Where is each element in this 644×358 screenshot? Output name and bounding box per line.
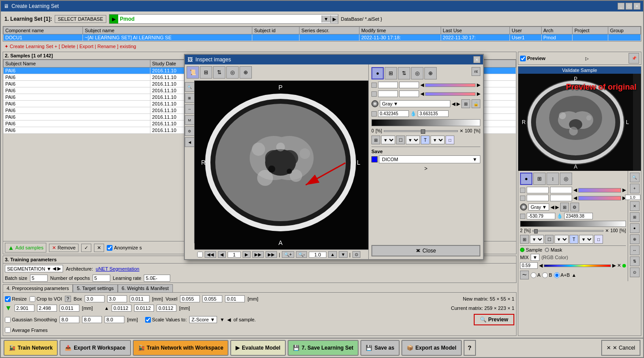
- select-db-btn[interactable]: SELECT DATABASE: [55, 15, 106, 23]
- modal-tool-plus[interactable]: ⊕: [240, 66, 252, 79]
- table-header[interactable]: Modify time: [359, 27, 441, 34]
- view-btn-1[interactable]: ●: [520, 173, 532, 185]
- check-btn[interactable]: ✓: [81, 244, 91, 252]
- ml-btn3[interactable]: ↔: [185, 104, 195, 114]
- gauss-z[interactable]: [105, 316, 124, 323]
- db-dropdown[interactable]: ▶ ▼ ▶: [109, 14, 338, 24]
- nav-play[interactable]: ▶▶: [266, 251, 277, 258]
- arrow-left1[interactable]: ◀: [573, 187, 577, 193]
- tab-target[interactable]: 5. Target settings: [73, 284, 118, 292]
- vox-y[interactable]: [202, 295, 222, 302]
- samples-header[interactable]: Subject Name: [4, 60, 150, 68]
- rc-btn4[interactable]: ⇅: [630, 256, 640, 266]
- nav-last[interactable]: ▶▶: [252, 251, 264, 258]
- nav-zoom-out[interactable]: 🔍-: [296, 251, 307, 258]
- modal-tool-2[interactable]: ☐: [396, 136, 405, 144]
- range-thumb[interactable]: [534, 229, 538, 234]
- train-network-btn[interactable]: 🚂 Train Network: [4, 340, 58, 356]
- r-arrow-left2[interactable]: ◀: [420, 91, 424, 97]
- modal-tool-sel2[interactable]: ▼: [406, 136, 420, 144]
- r3-y[interactable]: [134, 305, 154, 312]
- table-header[interactable]: Last Use: [441, 27, 509, 34]
- score-arrow-left[interactable]: ◀: [227, 317, 231, 323]
- train-workspace-btn[interactable]: 🚂 Train Network with Workspace: [133, 340, 229, 356]
- nav-prev[interactable]: ◀: [218, 251, 226, 258]
- crop-check[interactable]: Crop to VOI: [30, 296, 62, 302]
- tool-select[interactable]: ▼: [530, 235, 544, 244]
- seg-left-arrow[interactable]: ◀: [52, 266, 56, 271]
- vox-z[interactable]: [225, 295, 245, 302]
- minimize-btn[interactable]: _: [618, 3, 625, 10]
- tool-btn-3[interactable]: T: [569, 235, 578, 244]
- mrt-extra1[interactable]: nt: [472, 67, 480, 76]
- ml-btn2[interactable]: ⊞: [185, 93, 195, 103]
- rc-btn2[interactable]: ⊕: [630, 234, 640, 244]
- mrt-btn3[interactable]: ⇅: [398, 67, 410, 79]
- modal-tool-ring[interactable]: ◎: [226, 66, 239, 79]
- table-header[interactable]: Project: [573, 27, 608, 34]
- table-header[interactable]: Subject name: [83, 27, 252, 34]
- nav-up[interactable]: ▲: [328, 251, 337, 258]
- gray-dropdown[interactable]: Gray ▼: [528, 203, 549, 211]
- x-btn[interactable]: ✕: [94, 244, 104, 252]
- a-radio[interactable]: A: [531, 272, 540, 278]
- ml-btn1[interactable]: 🔍: [185, 82, 195, 92]
- box-y[interactable]: [107, 295, 127, 302]
- r-input3[interactable]: [378, 90, 398, 97]
- format-dropdown[interactable]: DICOM ▼: [379, 155, 480, 163]
- r3-x[interactable]: [112, 305, 131, 312]
- zoom-btn[interactable]: 🔍: [630, 173, 640, 182]
- modal-gray-left[interactable]: ◀: [452, 101, 455, 107]
- gauss-x[interactable]: [60, 316, 79, 323]
- ml-btn5[interactable]: ⚙: [185, 126, 195, 136]
- rc-btn5[interactable]: ⊙: [630, 268, 640, 277]
- table-row[interactable]: DOCU1~[AI LEARNING SET] AI LEARNING SE20…: [4, 34, 641, 41]
- tool-select3[interactable]: ▼: [579, 235, 593, 244]
- zoom-up[interactable]: ▲: [641, 196, 641, 200]
- tool-btn-2[interactable]: ☐: [545, 235, 554, 244]
- nav-zoom-in[interactable]: 🔍+: [282, 251, 294, 258]
- view-btn-3[interactable]: ↕: [547, 173, 559, 185]
- table-header[interactable]: Component name: [4, 27, 83, 34]
- tool-select2[interactable]: ▼: [554, 235, 569, 244]
- export-workspace-btn[interactable]: 📤 Export R Workspace: [60, 340, 131, 356]
- b-radio[interactable]: B: [542, 272, 552, 278]
- seg-dropdown[interactable]: SEGMENTATION ▼ ◀ ▶: [5, 265, 63, 272]
- ml-btn6[interactable]: ◀: [185, 137, 195, 147]
- r2-z[interactable]: [60, 305, 79, 312]
- help-btn[interactable]: ?: [464, 340, 476, 356]
- rc-btn3[interactable]: ↔: [630, 245, 640, 255]
- table-header[interactable]: Subject id: [252, 27, 300, 34]
- modal-gray-copy[interactable]: ⊞: [461, 99, 470, 108]
- mask-radio[interactable]: Mask: [545, 247, 562, 252]
- r-input2[interactable]: [399, 82, 419, 88]
- db-arrow2-btn[interactable]: ▶: [330, 15, 338, 23]
- modal-tool-4[interactable]: □: [446, 136, 454, 144]
- mix-x[interactable]: ✕: [617, 263, 621, 268]
- fit-btn[interactable]: ⊞: [630, 212, 640, 222]
- modal-val2[interactable]: [418, 110, 449, 117]
- nav-next[interactable]: ▶: [243, 251, 251, 258]
- preview-btn[interactable]: 🔍 Preview: [474, 314, 514, 325]
- preview-expand[interactable]: ▷: [585, 56, 589, 61]
- modal-nav-check[interactable]: [197, 252, 203, 257]
- mrt-btn1[interactable]: ●: [371, 67, 384, 79]
- ml-btn4[interactable]: M: [185, 115, 195, 125]
- mrt-btn2[interactable]: ⊞: [385, 67, 397, 79]
- val-input1[interactable]: [527, 213, 555, 219]
- mrt-btn4[interactable]: ◎: [411, 67, 423, 79]
- lr-input[interactable]: [144, 275, 170, 282]
- modal-range-slider[interactable]: [384, 130, 458, 132]
- table-header[interactable]: Arch: [541, 27, 573, 34]
- nav-first[interactable]: ◀◀: [205, 251, 216, 258]
- modal-gray-dropdown[interactable]: Gray ▼: [380, 100, 450, 107]
- mrt-btn5[interactable]: ⊕: [424, 67, 437, 79]
- r-arrow-right2[interactable]: ▶: [477, 91, 480, 97]
- gauss-y[interactable]: [82, 316, 102, 323]
- zoom-minus-btn[interactable]: ✕: [630, 201, 640, 211]
- modal-close-button[interactable]: ✕ ✕ Close: [371, 245, 480, 256]
- num-input1[interactable]: [527, 187, 549, 193]
- modal-tool-scroll[interactable]: 📜: [187, 66, 199, 79]
- z-score-dropdown[interactable]: Z-Score ▼: [189, 316, 217, 323]
- evaluate-model-btn[interactable]: ▶ Evaluate Model: [230, 340, 285, 356]
